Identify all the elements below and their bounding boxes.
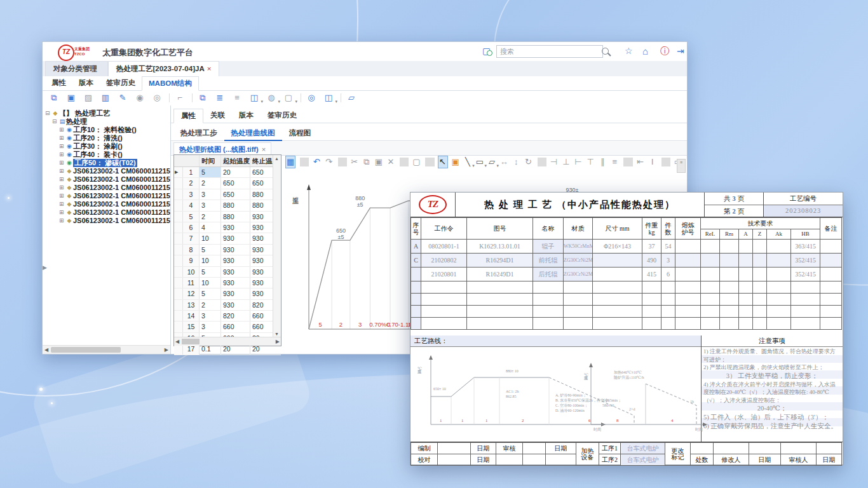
expander-icon[interactable]: ⊟ [52,118,58,126]
doc-list-icon[interactable]: ≡ [231,92,243,104]
grid-cell[interactable]: 650 [250,178,273,188]
grid-row[interactable]: 85930930 [174,245,281,255]
copy-window-icon[interactable]: ⧉ [196,92,209,104]
grid-cell[interactable]: 930 [221,255,250,266]
expander-icon[interactable]: ⊞ [59,159,65,167]
expander-icon[interactable]: ⊞ [59,217,65,225]
window-tab[interactable]: 对象分类管理 [45,61,108,76]
grid-cell[interactable]: 3 [200,189,221,200]
cursor-icon[interactable]: ↖ [438,156,448,168]
grid-cell[interactable]: 3 [200,200,221,210]
separator[interactable] [169,93,170,102]
detail-tab[interactable]: 版本 [232,109,261,122]
paste-icon[interactable]: ▣ [374,156,383,168]
flip-v-icon[interactable]: ↕ [512,156,520,168]
grid-row[interactable]: 910930930 [174,255,281,266]
db-edit-icon[interactable]: ◫▾ [322,92,335,104]
hierarchy-icon[interactable]: ⌐ [173,92,186,104]
grid-cell[interactable]: 660 [250,322,273,332]
grid-cell[interactable]: 660 [221,322,250,332]
user-search-icon[interactable]: ◎ [151,92,163,104]
detail-tab[interactable]: 签审历史 [261,109,304,122]
expander-icon[interactable]: ⊞ [59,134,65,142]
grid-hscrollbar[interactable]: ◀▶ [174,337,281,346]
grid-cell[interactable]: 930 [250,288,273,299]
separator[interactable] [538,158,546,166]
curve-tab[interactable]: 热处理曲线图 [224,126,282,141]
user-icon[interactable]: ◉ [133,92,146,104]
logout-icon[interactable]: ⇥ [677,46,684,56]
grid-cell[interactable]: 930 [221,245,250,255]
separator[interactable] [301,93,301,102]
grid-cell[interactable]: 930 [250,267,273,277]
separator[interactable] [341,93,341,102]
tree-item[interactable]: ⊞◆JS06123002-1 CM0600011215 [43,184,170,192]
grid-vscrollbar[interactable]: ▲▼ [273,155,281,337]
grid-cell[interactable]: 3 [200,311,221,321]
tree-item[interactable]: ⊞◆JS06123002-1 CM0600011215 [43,192,170,200]
separator[interactable] [425,158,434,166]
favorite-star-icon[interactable]: ☆ [625,46,633,56]
copy-icon[interactable]: ⧉ [362,156,371,168]
cut-icon[interactable]: ✂ [350,156,359,168]
grid-cell[interactable]: 10 [200,255,221,266]
fit-width-icon[interactable]: ⇤ [636,156,645,168]
expander-icon[interactable]: ⊞ [59,142,65,151]
tree-item[interactable]: ⊞◉工序30： 涂刷() [43,142,170,151]
grid-cell[interactable]: 5 [200,245,221,255]
grid-cell[interactable]: 660 [250,311,273,321]
furnace1-value[interactable]: 台车式电炉 [621,443,665,454]
grid-cell[interactable]: 820 [250,300,273,310]
grid-cell[interactable]: 880 [221,212,250,222]
grid-cell[interactable]: 3 [200,322,221,332]
grid-cell[interactable]: 5 [200,167,221,177]
curve-tab[interactable]: 热处理工步 [173,126,224,140]
align-left-icon[interactable]: ⊣ [550,156,559,168]
tree-item[interactable]: ⊞◉工序20： 清洗() [43,134,170,142]
detail-tab[interactable]: 关联 [203,109,232,122]
tree-item[interactable]: ⊟◆【】 热处理工艺 [43,109,170,118]
detail-tab[interactable]: 属性 [173,109,203,123]
grid-cell[interactable]: 5 [200,288,221,299]
save-icon[interactable]: ▣ [65,92,78,104]
grid-row[interactable]: 52880930 [174,212,281,222]
grid-cell[interactable]: 930 [250,212,273,222]
tree-item[interactable]: ⊟▤热处理 [43,118,170,126]
grid-row[interactable]: 33650880 [174,189,281,200]
info-icon[interactable]: ⓘ [660,46,669,57]
grid-cell[interactable]: 20 [221,167,250,177]
grid-cell[interactable]: 10 [200,233,221,243]
curve-tab[interactable]: 流程图 [282,126,318,140]
compiled-by-value[interactable] [438,443,471,454]
tree-item[interactable]: ⊞◆JS06123002-1 CM0600011215 [43,200,170,208]
redo-icon[interactable]: ↷ [324,156,333,168]
tree-hscrollbar[interactable]: ◀▶ [43,345,170,354]
tree-item[interactable]: ⊞◆JS06123002-1 CM0600011215 [43,217,170,225]
nav-tab[interactable]: 属性 [45,76,72,90]
grid-row[interactable]: 105930930 [174,267,281,278]
database-icon[interactable]: ◫▾ [248,92,261,104]
grid-cell[interactable]: 880 [221,200,250,210]
grid-row[interactable]: 64930930 [174,222,281,233]
grid-row[interactable]: 1110930930 [174,278,281,288]
grid-cell[interactable]: 2 [200,300,221,310]
col-start-temp[interactable]: 起始温度 [221,155,250,166]
grid-cell[interactable]: 650 [221,189,250,200]
tag-icon[interactable]: ▱ [345,92,358,104]
grid-cell[interactable]: 930 [221,300,250,310]
grid-cell[interactable]: 930 [221,233,250,243]
expander-icon[interactable]: ⊟ [45,109,51,118]
image-icon[interactable]: ▨ [82,92,95,104]
separator[interactable] [661,158,670,166]
grid-cell[interactable]: 930 [221,278,250,288]
search-icon[interactable] [602,48,609,55]
advanced-search-icon[interactable]: ▢ [482,46,491,56]
grid-row[interactable]: 22650650 [174,178,281,189]
search-input[interactable] [496,45,603,58]
tree-item[interactable]: ⊞◆JS06123002-1 CM0600011215 [43,208,170,217]
grid-cell[interactable]: 650 [250,167,273,177]
grid-cell[interactable]: 930 [221,267,250,277]
tree-item[interactable]: ⊞◉工序10： 来料检验() [43,126,170,134]
grid-cell[interactable]: 930 [250,278,273,288]
separator[interactable] [338,158,347,166]
